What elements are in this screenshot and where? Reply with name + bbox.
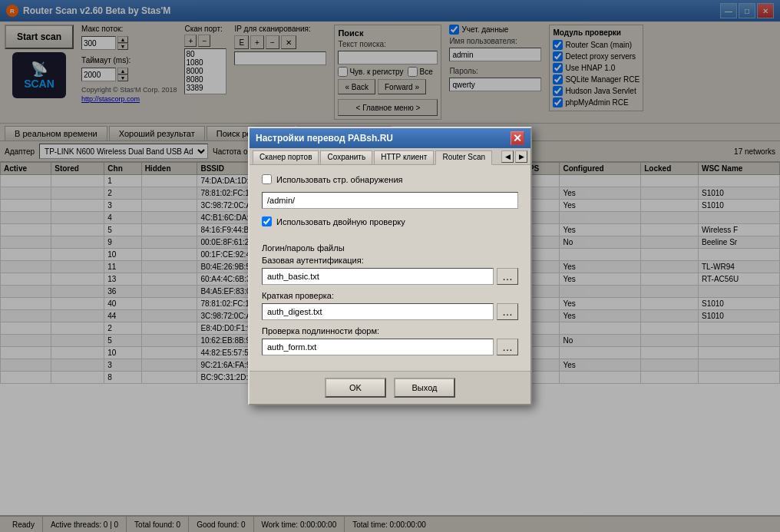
detection-path-input[interactable]: [262, 192, 518, 209]
basic-auth-label: Базовая аутентификация:: [262, 256, 518, 265]
modal-nav: ◀ ▶: [501, 150, 527, 164]
modal-tab-http[interactable]: HTTP клиент: [374, 150, 434, 164]
modal-title-bar: Настройки перевод PABsh.RU ✕: [250, 128, 530, 148]
basic-file-input[interactable]: [262, 268, 494, 285]
settings-modal: Настройки перевод PABsh.RU ✕ Сканер порт…: [248, 127, 532, 405]
modal-tab-scanner[interactable]: Сканер портов: [253, 150, 319, 164]
modal-tab-router[interactable]: Router Scan: [435, 150, 492, 165]
basic-browse-button[interactable]: …: [497, 268, 518, 285]
modal-nav-prev[interactable]: ◀: [501, 150, 514, 163]
ok-button[interactable]: OK: [325, 378, 386, 398]
login-files-label: Логин/пароль файлы: [262, 243, 518, 253]
use-detection-checkbox[interactable]: [262, 174, 272, 184]
modal-close-button[interactable]: ✕: [511, 131, 524, 145]
modal-overlay: Настройки перевод PABsh.RU ✕ Сканер порт…: [0, 0, 780, 532]
modal-tab-save[interactable]: Сохранить: [320, 150, 372, 164]
digest-file-input[interactable]: [262, 303, 494, 320]
digest-browse-button[interactable]: …: [497, 303, 518, 320]
cancel-button[interactable]: Выход: [394, 378, 455, 398]
form-browse-button[interactable]: …: [497, 339, 518, 355]
modal-title-text: Настройки перевод PABsh.RU: [256, 133, 393, 144]
use-double-check-checkbox[interactable]: [262, 216, 272, 226]
use-detection-label: Использовать стр. обнаружения: [276, 175, 403, 184]
modal-body: Использовать стр. обнаружения Использова…: [250, 165, 530, 371]
digest-label: Краткая проверка:: [262, 291, 518, 300]
form-file-input[interactable]: [262, 339, 494, 355]
use-double-check-label: Использовать двойную проверку: [276, 217, 405, 226]
modal-nav-next[interactable]: ▶: [515, 150, 527, 163]
modal-footer: OK Выход: [250, 371, 530, 404]
modal-tabs: Сканер портов Сохранить HTTP клиент Rout…: [250, 148, 530, 165]
form-label: Проверка подлинности форм:: [262, 326, 518, 335]
